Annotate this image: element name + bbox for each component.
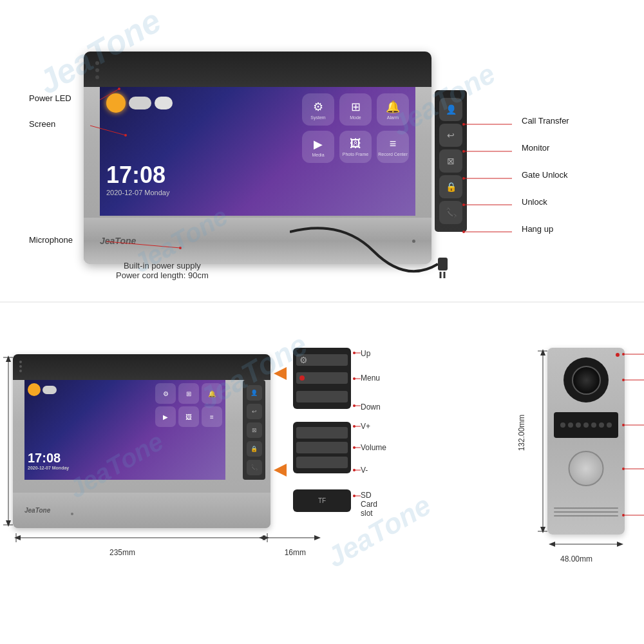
cloud-icon-2 xyxy=(155,97,173,109)
speaker-line-3 xyxy=(554,515,618,516)
outdoor-height-label: 132.00mm xyxy=(517,415,526,451)
outdoor-width-dim xyxy=(547,535,625,554)
date-value: 2020-12-07 Monday xyxy=(106,189,169,196)
bottom-section: JeaTone JeaTone JeaTone 144mm 235mm xyxy=(0,322,644,631)
outdoor-unit: 132.00mm 48.00mm xyxy=(547,348,625,535)
screen-bottom-content: 17:08 2020-12-07 Monday ⚙ ⊞ 🔔 ▶ 🖼 ≡ xyxy=(24,380,225,480)
svg-marker-31 xyxy=(314,535,321,540)
outdoor-speaker xyxy=(554,502,618,522)
side-panel-controls: ⚙ TF Up Menu Down V+ Volume V- SD Card s… xyxy=(280,348,364,515)
btn-hangup-b[interactable]: 📞 xyxy=(247,460,262,475)
divider xyxy=(0,301,644,303)
outdoor-call-button[interactable] xyxy=(569,451,604,486)
svg-marker-30 xyxy=(259,535,265,540)
camera-lens xyxy=(572,366,601,395)
record-label: Record Center xyxy=(378,152,408,156)
unlock-button[interactable]: 🔒 xyxy=(439,175,462,198)
monitor-top-bar-b xyxy=(13,354,270,380)
time-small: 17:08 2020-12-07 Monday xyxy=(28,451,69,470)
call-transfer-button[interactable]: 👤 xyxy=(439,98,462,121)
svg-rect-16 xyxy=(438,258,448,270)
app-system: ⚙ System xyxy=(302,93,334,126)
vminus-label: V- xyxy=(361,466,368,475)
app-s-media: ▶ xyxy=(155,406,176,427)
menu-label: Menu xyxy=(361,374,380,383)
gate-unlock-button[interactable]: ⊠ xyxy=(439,149,462,173)
hang-up-button[interactable]: 📞 xyxy=(439,201,462,224)
system-label: System xyxy=(310,115,325,120)
photo-label: Photo Frame xyxy=(343,152,368,156)
side-buttons-bottom: 👤 ↩ ⊠ 🔒 📞 xyxy=(243,380,265,480)
app-media: ▶ Media xyxy=(302,131,334,163)
ir-led-6 xyxy=(599,422,604,428)
monitor-bottom-bar-b: JeaTone xyxy=(13,493,270,528)
weather-small xyxy=(28,383,57,396)
ir-led-7 xyxy=(607,422,612,428)
down-label: Down xyxy=(361,402,381,412)
up-label: Up xyxy=(361,349,370,358)
led-s-2 xyxy=(19,370,22,372)
call-transfer-label: Call Transfer xyxy=(522,116,569,126)
vol-plus xyxy=(296,427,348,439)
record-icon: ≡ xyxy=(390,137,397,151)
led-dot-2 xyxy=(95,75,99,79)
svg-marker-49 xyxy=(540,349,545,355)
btn-unlock-b[interactable]: 🔒 xyxy=(247,441,262,457)
app-s-alarm: 🔔 xyxy=(202,383,222,404)
panel-mid xyxy=(296,372,348,384)
panel-up: ⚙ xyxy=(296,354,348,366)
sun-icon xyxy=(106,93,126,113)
arrow-to-panel-bottom xyxy=(274,460,293,486)
gear-icon: ⚙ xyxy=(299,355,308,365)
alarm-label: Alarm xyxy=(387,115,399,120)
speaker-line-1 xyxy=(554,507,618,509)
app-s-record: ≡ xyxy=(202,406,222,427)
weather-area xyxy=(106,93,173,116)
alarm-icon: 🔔 xyxy=(386,100,400,114)
app-record: ≡ Record Center xyxy=(377,131,409,163)
vplus-label: V+ xyxy=(361,422,370,431)
monitor-body: 17:08 2020-12-07 Monday ⚙ System ⊞ Mode xyxy=(84,52,431,264)
app-s-mode: ⊞ xyxy=(178,383,199,404)
svg-point-47 xyxy=(353,495,355,497)
app-photo: 🖼 Photo Frame xyxy=(339,131,372,163)
arrow-to-panel-top xyxy=(274,361,293,399)
height-dimension xyxy=(0,354,13,528)
tf-label: TF xyxy=(316,495,328,506)
microphone-dot xyxy=(412,240,415,243)
panel-down xyxy=(296,391,348,402)
svg-point-41 xyxy=(353,352,355,354)
app-alarm: 🔔 Alarm xyxy=(377,93,409,126)
btn-monitor-b[interactable]: ↩ xyxy=(247,404,262,419)
outdoor-height-dim xyxy=(525,348,547,535)
outdoor-camera-area xyxy=(564,357,609,402)
svg-marker-21 xyxy=(6,520,11,527)
monitor-screen-top: 17:08 2020-12-07 Monday ⚙ System ⊞ Mode xyxy=(100,87,415,216)
depth-label: 16mm xyxy=(285,548,306,557)
btn-gate-unlock-b[interactable]: ⊠ xyxy=(247,422,262,438)
svg-marker-50 xyxy=(540,527,545,533)
led-indicators xyxy=(95,61,99,79)
svg-marker-20 xyxy=(6,355,11,362)
width-dimension xyxy=(13,528,270,547)
sd-card-panel: TF xyxy=(293,489,351,512)
svg-point-45 xyxy=(353,446,355,449)
svg-point-43 xyxy=(353,404,355,407)
btn-call-transfer-b[interactable]: 👤 xyxy=(247,385,262,401)
ir-led-2 xyxy=(568,422,573,428)
volume-panel xyxy=(293,422,351,473)
ir-led-1 xyxy=(560,422,565,428)
volume-label: Volume xyxy=(361,443,386,452)
monitor-bottom-bar: JeaTone xyxy=(84,218,431,264)
led-s-0 xyxy=(19,361,22,363)
ir-led-3 xyxy=(576,422,581,428)
mode-icon: ⊞ xyxy=(351,100,361,114)
monitor-top-bar xyxy=(84,52,431,87)
outdoor-width-label: 48.00mm xyxy=(560,554,592,564)
monitor-label: Monitor xyxy=(522,143,549,153)
photo-icon: 🖼 xyxy=(350,137,361,151)
ir-led-strip xyxy=(554,412,618,438)
outdoor-mic-dot xyxy=(616,353,620,357)
unlock-label: Unlock xyxy=(522,197,547,207)
monitor-button[interactable]: ↩ xyxy=(439,124,462,147)
